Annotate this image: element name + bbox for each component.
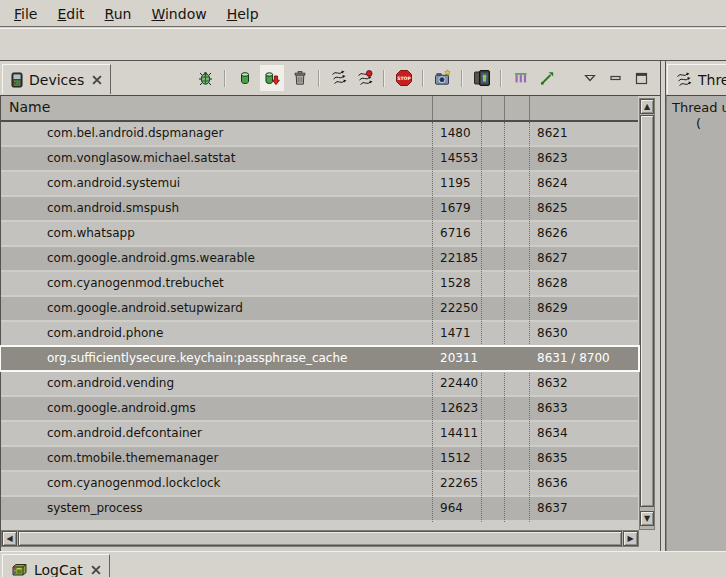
process-row[interactable]: com.tmobile.thememanager 1512 8635 <box>1 447 638 470</box>
process-row[interactable]: com.google.android.gms 12623 8633 <box>1 397 638 420</box>
scroll-right-button[interactable]: ▶ <box>623 531 638 546</box>
threads-message-line1: Thread up <box>672 100 726 115</box>
process-table-body: com.bel.android.dspmanager 1480 8621 com… <box>1 122 639 522</box>
screen-capture-button[interactable] <box>432 68 453 89</box>
threads-tabbar: Threads <box>666 61 726 95</box>
tab-devices[interactable]: Devices <box>2 64 111 94</box>
process-port: 8633 <box>537 397 568 420</box>
devices-toolbar: STOP <box>195 61 652 95</box>
column-divider <box>529 122 530 522</box>
toolbar-separator <box>318 70 320 87</box>
device-screen-button[interactable] <box>471 68 492 89</box>
toolbar-separator <box>461 70 463 87</box>
devices-tabbar: Devices <box>0 61 660 95</box>
menu-edit[interactable]: Edit <box>47 2 94 25</box>
column-resize-handle[interactable] <box>529 96 530 120</box>
menu-window[interactable]: Window <box>141 2 216 25</box>
process-row[interactable]: com.android.phone 1471 8630 <box>1 322 638 345</box>
dump-hprof-button[interactable] <box>260 65 284 91</box>
svg-text:STOP: STOP <box>397 76 411 81</box>
menu-help[interactable]: Help <box>217 2 269 25</box>
process-pid: 1471 <box>440 322 471 345</box>
scroll-up-button[interactable]: ▲ <box>640 99 654 114</box>
process-pid: 1528 <box>440 272 471 295</box>
process-row[interactable]: com.bel.android.dspmanager 1480 8621 <box>1 122 638 145</box>
process-row[interactable]: com.android.defcontainer 14411 8634 <box>1 422 638 445</box>
process-name: com.android.systemui <box>47 172 180 195</box>
debug-button[interactable] <box>195 68 216 89</box>
process-name: system_process <box>47 497 143 520</box>
toolbar-separator <box>224 70 226 87</box>
process-row[interactable]: com.android.systemui 1195 8624 <box>1 172 638 195</box>
process-port: 8629 <box>537 297 568 320</box>
scroll-down-button[interactable]: ▼ <box>640 511 654 526</box>
threads-message-line2: ( <box>696 116 726 131</box>
scroll-right-arrow-icon: ▶ <box>627 534 633 543</box>
view-menu-button[interactable] <box>579 68 600 89</box>
horizontal-scroll-thumb[interactable] <box>18 531 622 546</box>
process-port: 8621 <box>537 122 568 145</box>
column-header-name[interactable]: Name <box>9 99 50 115</box>
start-method-profiling-button[interactable] <box>354 68 375 89</box>
stop-process-button[interactable]: STOP <box>393 68 414 89</box>
scroll-up-arrow-icon: ▲ <box>644 102 650 111</box>
dump-hprof-icon <box>263 70 281 87</box>
process-pid: 14553 <box>440 147 478 170</box>
process-row[interactable]: org.sufficientlysecure.keychain:passphra… <box>1 347 638 370</box>
process-name: com.android.phone <box>47 322 163 345</box>
table-header[interactable]: Name <box>1 96 638 122</box>
ddms-window: FileEditRunWindowHelp Devices <box>0 0 726 577</box>
process-row[interactable]: system_process 964 8637 <box>1 497 638 520</box>
close-icon[interactable] <box>91 565 101 575</box>
process-port: 8624 <box>537 172 568 195</box>
menu-file[interactable]: File <box>4 2 47 25</box>
process-pid: 12623 <box>440 397 478 420</box>
column-resize-handle[interactable] <box>432 96 433 120</box>
update-threads-button[interactable] <box>328 68 349 89</box>
process-row[interactable]: com.whatsapp 6716 8626 <box>1 222 638 245</box>
dump-view-hierarchy-icon <box>513 70 529 86</box>
process-row[interactable]: com.cyanogenmod.trebuchet 1528 8628 <box>1 272 638 295</box>
minimize-button[interactable] <box>605 68 626 89</box>
dump-view-hierarchy-button[interactable] <box>510 68 531 89</box>
process-name: com.cyanogenmod.trebuchet <box>47 272 224 295</box>
debug-bug-icon <box>197 70 214 87</box>
process-port: 8632 <box>537 372 568 395</box>
update-threads-icon <box>331 70 347 86</box>
vertical-scrollbar[interactable]: ▲ ▼ <box>639 98 655 530</box>
process-name: com.google.android.setupwizard <box>47 297 243 320</box>
process-row[interactable]: com.vonglasow.michael.satstat 14553 8623 <box>1 147 638 170</box>
process-name: com.tmobile.thememanager <box>47 447 218 470</box>
close-icon[interactable] <box>92 75 102 85</box>
column-resize-handle[interactable] <box>504 96 505 120</box>
capture-systrace-button[interactable] <box>536 68 557 89</box>
toolbar-separator <box>500 70 502 87</box>
process-port: 8631 / 8700 <box>537 347 610 370</box>
process-name: com.vonglasow.michael.satstat <box>47 147 235 170</box>
vertical-scroll-thumb[interactable] <box>640 115 654 507</box>
process-row[interactable]: com.android.smspush 1679 8625 <box>1 197 638 220</box>
process-row[interactable]: com.google.android.setupwizard 22250 862… <box>1 297 638 320</box>
logcat-icon <box>11 563 28 577</box>
maximize-button[interactable] <box>631 68 652 89</box>
process-port: 8627 <box>537 247 568 270</box>
scroll-left-button[interactable]: ◀ <box>2 531 17 546</box>
process-port: 8625 <box>537 197 568 220</box>
process-name: com.bel.android.dspmanager <box>47 122 223 145</box>
column-resize-handle[interactable] <box>481 96 482 120</box>
process-row[interactable]: com.android.vending 22440 8632 <box>1 372 638 395</box>
cause-gc-button[interactable] <box>289 68 310 89</box>
column-divider <box>481 122 482 522</box>
update-heap-button[interactable] <box>234 68 255 89</box>
horizontal-scrollbar[interactable]: ◀ ▶ <box>1 530 639 547</box>
process-pid: 964 <box>440 497 463 520</box>
process-row[interactable]: com.google.android.gms.wearable 22185 86… <box>1 247 638 270</box>
tab-logcat[interactable]: LogCat <box>2 554 110 577</box>
menu-run[interactable]: Run <box>95 2 142 25</box>
scroll-down-arrow-icon: ▼ <box>644 514 650 523</box>
tab-threads[interactable]: Threads <box>667 64 726 94</box>
process-pid: 1679 <box>440 197 471 220</box>
device-screen-icon <box>473 69 491 87</box>
main-area: Devices <box>0 60 726 551</box>
process-row[interactable]: com.cyanogenmod.lockclock 22265 8636 <box>1 472 638 495</box>
